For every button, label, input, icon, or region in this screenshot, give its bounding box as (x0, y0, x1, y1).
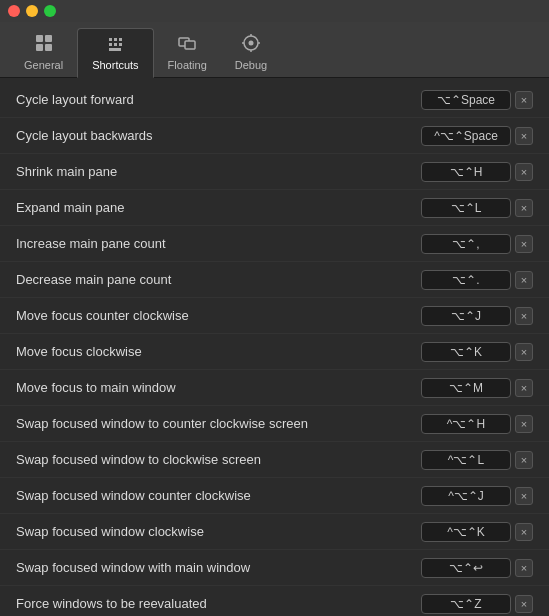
shortcut-label: Move focus counter clockwise (16, 308, 421, 323)
shortcut-key-group: ⌥⌃,× (421, 234, 533, 254)
shortcut-delete-button[interactable]: × (515, 127, 533, 145)
shortcut-row: Move focus counter clockwise⌥⌃J× (0, 298, 549, 334)
shortcut-key-group: ⌥⌃↩× (421, 558, 533, 578)
shortcut-delete-button[interactable]: × (515, 307, 533, 325)
svg-point-7 (248, 41, 253, 46)
shortcut-key[interactable]: ^⌥⌃H (421, 414, 511, 434)
shortcut-row: Increase main pane count⌥⌃,× (0, 226, 549, 262)
shortcut-row: Cycle layout backwards^⌥⌃Space× (0, 118, 549, 154)
toolbar-item-general[interactable]: General (10, 29, 77, 77)
shortcut-key[interactable]: ⌥⌃. (421, 270, 511, 290)
shortcut-label: Increase main pane count (16, 236, 421, 251)
debug-label: Debug (235, 59, 267, 71)
shortcut-key-group: ^⌥⌃J× (421, 486, 533, 506)
shortcut-key-group: ⌥⌃K× (421, 342, 533, 362)
shortcut-label: Swap focused window with main window (16, 560, 421, 575)
shortcut-row: Swap focused window with main window⌥⌃↩× (0, 550, 549, 586)
shortcut-row: Force windows to be reevaluated⌥⌃Z× (0, 586, 549, 616)
shortcut-delete-button[interactable]: × (515, 235, 533, 253)
debug-icon (241, 33, 261, 56)
shortcut-row: Swap focused window to counter clockwise… (0, 406, 549, 442)
shortcut-row: Cycle layout forward⌥⌃Space× (0, 82, 549, 118)
shortcut-key[interactable]: ⌥⌃M (421, 378, 511, 398)
shortcut-label: Move focus clockwise (16, 344, 421, 359)
shortcut-label: Force windows to be reevaluated (16, 596, 421, 611)
general-label: General (24, 59, 63, 71)
shortcut-row: Shrink main pane⌥⌃H× (0, 154, 549, 190)
shortcut-row: Expand main pane⌥⌃L× (0, 190, 549, 226)
shortcut-delete-button[interactable]: × (515, 559, 533, 577)
shortcuts-icon (105, 33, 125, 56)
shortcut-label: Shrink main pane (16, 164, 421, 179)
shortcut-delete-button[interactable]: × (515, 271, 533, 289)
title-bar (0, 0, 549, 22)
shortcut-label: Swap focused window to clockwise screen (16, 452, 421, 467)
shortcut-row: Move focus clockwise⌥⌃K× (0, 334, 549, 370)
shortcut-delete-button[interactable]: × (515, 343, 533, 361)
svg-rect-0 (36, 35, 43, 42)
shortcut-key[interactable]: ⌥⌃L (421, 198, 511, 218)
shortcut-label: Cycle layout forward (16, 92, 421, 107)
shortcut-delete-button[interactable]: × (515, 91, 533, 109)
shortcut-key-group: ^⌥⌃L× (421, 450, 533, 470)
shortcut-delete-button[interactable]: × (515, 415, 533, 433)
shortcut-delete-button[interactable]: × (515, 379, 533, 397)
shortcut-row: Decrease main pane count⌥⌃.× (0, 262, 549, 298)
shortcut-key-group: ⌥⌃Space× (421, 90, 533, 110)
shortcut-row: Swap focused window counter clockwise^⌥⌃… (0, 478, 549, 514)
shortcut-key[interactable]: ⌥⌃J (421, 306, 511, 326)
shortcut-label: Swap focused window clockwise (16, 524, 421, 539)
close-button[interactable] (8, 5, 20, 17)
shortcut-key-group: ⌥⌃H× (421, 162, 533, 182)
shortcut-key-group: ⌥⌃L× (421, 198, 533, 218)
toolbar-item-floating[interactable]: Floating (154, 29, 221, 77)
shortcut-key[interactable]: ^⌥⌃J (421, 486, 511, 506)
shortcut-label: Expand main pane (16, 200, 421, 215)
shortcut-key-group: ^⌥⌃H× (421, 414, 533, 434)
shortcut-key[interactable]: ⌥⌃Space (421, 90, 511, 110)
minimize-button[interactable] (26, 5, 38, 17)
shortcut-label: Decrease main pane count (16, 272, 421, 287)
shortcut-key[interactable]: ^⌥⌃Space (421, 126, 511, 146)
shortcut-key-group: ^⌥⌃Space× (421, 126, 533, 146)
shortcut-key[interactable]: ⌥⌃Z (421, 594, 511, 614)
shortcut-row: Swap focused window clockwise^⌥⌃K× (0, 514, 549, 550)
shortcut-key[interactable]: ^⌥⌃L (421, 450, 511, 470)
shortcut-label: Swap focused window counter clockwise (16, 488, 421, 503)
shortcuts-label: Shortcuts (92, 59, 138, 71)
shortcut-key[interactable]: ^⌥⌃K (421, 522, 511, 542)
shortcut-key-group: ⌥⌃Z× (421, 594, 533, 614)
floating-icon (177, 33, 197, 56)
shortcut-label: Swap focused window to counter clockwise… (16, 416, 421, 431)
toolbar-item-shortcuts[interactable]: Shortcuts (77, 28, 153, 78)
shortcut-delete-button[interactable]: × (515, 451, 533, 469)
shortcut-label: Cycle layout backwards (16, 128, 421, 143)
toolbar-item-debug[interactable]: Debug (221, 29, 281, 77)
general-icon (34, 33, 54, 56)
maximize-button[interactable] (44, 5, 56, 17)
svg-rect-1 (45, 35, 52, 42)
shortcut-delete-button[interactable]: × (515, 163, 533, 181)
shortcut-delete-button[interactable]: × (515, 199, 533, 217)
shortcut-row: Move focus to main window⌥⌃M× (0, 370, 549, 406)
shortcut-key-group: ⌥⌃.× (421, 270, 533, 290)
shortcut-label: Move focus to main window (16, 380, 421, 395)
shortcut-key[interactable]: ⌥⌃↩ (421, 558, 511, 578)
toolbar: GeneralShortcutsFloatingDebug (0, 22, 549, 78)
shortcut-key[interactable]: ⌥⌃H (421, 162, 511, 182)
svg-rect-3 (45, 44, 52, 51)
shortcut-key-group: ⌥⌃M× (421, 378, 533, 398)
floating-label: Floating (168, 59, 207, 71)
svg-rect-2 (36, 44, 43, 51)
shortcut-key-group: ⌥⌃J× (421, 306, 533, 326)
shortcut-key-group: ^⌥⌃K× (421, 522, 533, 542)
svg-rect-5 (185, 41, 195, 49)
shortcuts-list[interactable]: Cycle layout forward⌥⌃Space×Cycle layout… (0, 78, 549, 616)
shortcut-delete-button[interactable]: × (515, 595, 533, 613)
shortcut-key[interactable]: ⌥⌃, (421, 234, 511, 254)
shortcut-delete-button[interactable]: × (515, 523, 533, 541)
shortcut-key[interactable]: ⌥⌃K (421, 342, 511, 362)
shortcut-delete-button[interactable]: × (515, 487, 533, 505)
shortcut-row: Swap focused window to clockwise screen^… (0, 442, 549, 478)
